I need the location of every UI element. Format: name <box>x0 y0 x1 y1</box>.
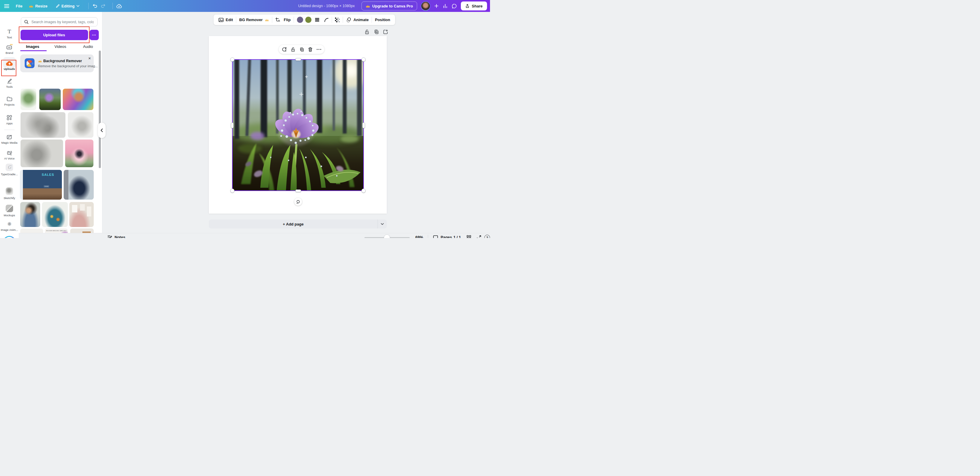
flip-button[interactable]: Flip <box>283 18 294 22</box>
thumbnail-glass-water-sketch[interactable] <box>21 140 63 167</box>
resize-handle-sw[interactable] <box>230 189 234 193</box>
panel-scrollbar[interactable] <box>99 51 101 168</box>
thumbnail-businessman-suit[interactable] <box>64 170 94 200</box>
background-remover-card[interactable]: Background Remover Remove the background… <box>20 54 94 72</box>
zoom-value[interactable]: 69% <box>415 235 423 238</box>
position-button[interactable]: Position <box>372 18 393 22</box>
add-page-icon-button[interactable] <box>383 29 388 35</box>
thumbnail-pop-art-woman[interactable] <box>63 89 94 110</box>
resize-handle-nw[interactable] <box>230 57 234 62</box>
thumbnail-anime-girl-sakura[interactable] <box>65 140 94 167</box>
spacing-button[interactable] <box>315 18 320 22</box>
design-title[interactable]: Untitled design - 1080px × 1080px <box>298 4 355 8</box>
editing-mode-dropdown[interactable]: Editing <box>55 4 80 8</box>
resize-handle-w[interactable] <box>231 123 234 128</box>
thumbnail-blue-floral-sofa[interactable] <box>42 202 68 227</box>
sidebar-item-apps[interactable]: Apps <box>0 115 19 125</box>
sidebar-item-image-animator[interactable]: ❋ Image Anim... <box>0 221 19 231</box>
sidebar-item-magic-media[interactable]: Magic Media <box>0 134 19 144</box>
grid-view-button[interactable] <box>466 235 471 238</box>
fullscreen-button[interactable] <box>477 235 481 238</box>
lock-button[interactable] <box>291 47 296 52</box>
sidebar-item-sketchify[interactable]: Sketchify <box>0 187 19 200</box>
promo-title: Background Remover <box>38 59 82 63</box>
sidebar-item-tools[interactable]: Tools <box>0 78 19 88</box>
animate-button[interactable]: Animate <box>343 17 372 22</box>
search-input-box[interactable] <box>21 17 98 27</box>
transparency-icon <box>335 18 340 22</box>
resize-handle-e[interactable] <box>363 123 365 128</box>
corner-radius-button[interactable] <box>324 18 329 22</box>
tab-audio[interactable]: Audio <box>74 43 102 50</box>
add-member-button[interactable] <box>434 3 439 8</box>
redo-icon <box>100 3 106 8</box>
status-bar: Notes 69% Pages 1 / 1 ? <box>0 233 490 238</box>
save-status-button[interactable] <box>116 3 122 8</box>
pages-button[interactable]: Pages <box>433 235 452 238</box>
file-label: File <box>16 4 22 8</box>
share-button[interactable]: Share <box>461 2 487 10</box>
resize-handle-se[interactable] <box>361 189 366 193</box>
sidebar-item-brand[interactable]: co Brand <box>0 44 19 54</box>
undo-button[interactable] <box>92 3 98 8</box>
resize-handle-n[interactable] <box>296 58 301 61</box>
crop-button[interactable] <box>272 17 283 22</box>
sidebar-item-text[interactable]: T Text <box>0 29 19 39</box>
lock-page-button[interactable] <box>364 29 369 35</box>
upgrade-label: Upgrade to Canva Pro <box>372 4 413 8</box>
chat-bubble-icon <box>452 3 457 9</box>
sidebar-item-mockups[interactable]: Mockups <box>0 204 19 217</box>
resize-menu[interactable]: Resize <box>29 4 47 8</box>
upload-more-options-button[interactable]: ••• <box>89 30 99 40</box>
ai-voice-icon: T <box>6 150 13 156</box>
thumbnail-woman-profile-sketch[interactable] <box>68 112 94 138</box>
help-button[interactable]: ? <box>484 235 490 238</box>
notes-button[interactable]: Notes <box>107 235 125 238</box>
resize-handle-ne[interactable] <box>361 57 366 62</box>
panel-collapse-button[interactable] <box>98 123 106 138</box>
transparency-button[interactable] <box>332 18 343 22</box>
file-menu[interactable]: File <box>16 4 22 8</box>
menu-button[interactable] <box>4 4 9 8</box>
bg-remover-button[interactable]: BG Remover <box>236 18 272 22</box>
uploads-cloud-icon <box>6 60 13 66</box>
sidebar-item-typegradient[interactable]: G TypeGradie... <box>0 163 19 176</box>
sidebar-item-uploads[interactable]: Uploads <box>0 60 19 70</box>
close-icon[interactable]: × <box>88 56 91 61</box>
duplicate-page-button[interactable] <box>374 29 379 35</box>
ai-assistant-button[interactable] <box>3 236 16 238</box>
insights-button[interactable] <box>443 3 448 8</box>
color-swatch-purple[interactable] <box>297 17 303 23</box>
thumbnail-bird-nest-sketch[interactable] <box>21 112 66 138</box>
tab-videos[interactable]: Videos <box>46 43 74 50</box>
thumbnail-purple-crocus[interactable] <box>39 89 61 110</box>
duplicate-button[interactable] <box>299 47 304 52</box>
crown-icon <box>366 5 370 8</box>
edit-image-button[interactable]: Edit <box>215 18 236 22</box>
rotate-handle[interactable] <box>294 198 302 205</box>
selected-image-crocus[interactable] <box>232 59 364 191</box>
comment-button[interactable] <box>282 47 287 52</box>
color-swatch-olive[interactable] <box>305 17 312 23</box>
search-icon <box>24 20 29 24</box>
tab-images[interactable]: Images <box>19 43 46 50</box>
thumbnail-man-denim-portrait[interactable] <box>20 202 40 227</box>
thumbnail-sales-presentation[interactable]: SALES CLICK <box>20 170 62 200</box>
more-options-button[interactable] <box>317 49 321 50</box>
add-page-expand-button[interactable] <box>377 220 387 228</box>
chevron-left-icon <box>100 129 103 132</box>
delete-button[interactable] <box>308 47 313 52</box>
sidebar-item-projects[interactable]: Projects <box>0 96 19 106</box>
search-input[interactable] <box>31 20 94 24</box>
thumbnail-bedroom-gallery-wall[interactable] <box>69 202 94 227</box>
add-page-button[interactable]: + Add page <box>209 222 377 226</box>
avatar[interactable] <box>421 2 430 11</box>
thumbnail-watercolor-birds[interactable] <box>21 89 37 110</box>
zoom-slider-knob[interactable] <box>384 234 390 238</box>
upgrade-button[interactable]: Upgrade to Canva Pro <box>361 2 417 10</box>
redo-button[interactable] <box>100 3 106 8</box>
comments-button[interactable] <box>452 3 457 9</box>
upload-files-button[interactable]: Upload files <box>21 30 88 40</box>
resize-handle-s[interactable] <box>296 189 301 192</box>
sidebar-item-ai-voice[interactable]: T AI Voice <box>0 150 19 160</box>
